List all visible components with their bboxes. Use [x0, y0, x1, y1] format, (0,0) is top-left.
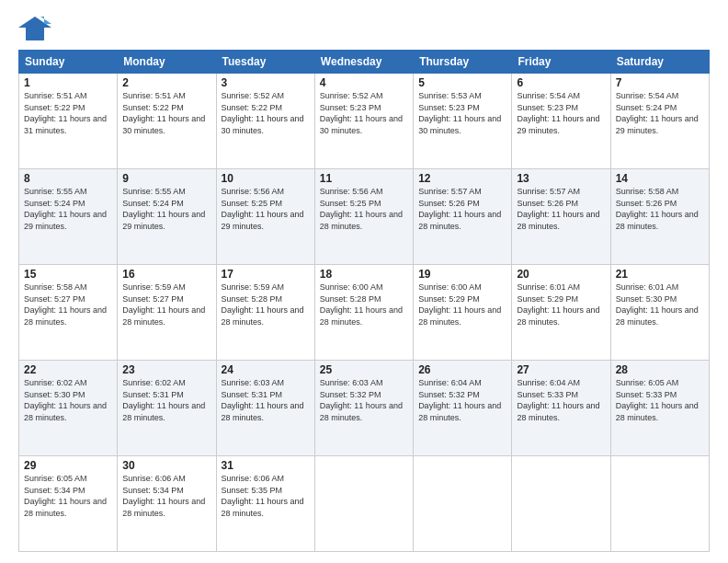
calendar-cell: 23Sunrise: 6:02 AMSunset: 5:31 PMDayligh…	[118, 361, 216, 456]
page: SundayMondayTuesdayWednesdayThursdayFrid…	[0, 0, 728, 563]
calendar-cell: 2Sunrise: 5:51 AMSunset: 5:22 PMDaylight…	[118, 74, 216, 169]
day-info: Sunrise: 5:56 AMSunset: 5:25 PMDaylight:…	[222, 187, 304, 231]
calendar-header-row: SundayMondayTuesdayWednesdayThursdayFrid…	[19, 51, 710, 74]
day-number: 28	[616, 363, 704, 376]
calendar-cell: 3Sunrise: 5:52 AMSunset: 5:22 PMDaylight…	[216, 74, 314, 169]
day-number: 29	[24, 459, 112, 472]
day-number: 18	[320, 268, 408, 281]
calendar-cell: 16Sunrise: 5:59 AMSunset: 5:27 PMDayligh…	[118, 265, 216, 361]
col-header-friday: Friday	[512, 51, 610, 74]
day-info: Sunrise: 5:51 AMSunset: 5:22 PMDaylight:…	[122, 91, 205, 135]
day-info: Sunrise: 5:52 AMSunset: 5:22 PMDaylight:…	[222, 91, 304, 135]
day-number: 23	[122, 363, 210, 376]
day-number: 1	[24, 76, 112, 89]
col-header-saturday: Saturday	[610, 51, 709, 74]
calendar-cell: 25Sunrise: 6:03 AMSunset: 5:32 PMDayligh…	[314, 361, 413, 456]
day-info: Sunrise: 5:58 AMSunset: 5:26 PMDaylight:…	[616, 187, 699, 231]
day-info: Sunrise: 5:59 AMSunset: 5:27 PMDaylight:…	[122, 282, 205, 327]
day-number: 19	[418, 268, 506, 281]
calendar-cell: 22Sunrise: 6:02 AMSunset: 5:30 PMDayligh…	[19, 361, 118, 456]
day-number: 24	[222, 363, 310, 376]
calendar-cell: 28Sunrise: 6:05 AMSunset: 5:33 PMDayligh…	[610, 361, 709, 456]
day-number: 20	[517, 268, 605, 281]
day-number: 15	[24, 268, 112, 281]
day-info: Sunrise: 6:06 AMSunset: 5:35 PMDaylight:…	[222, 474, 304, 518]
calendar-cell: 20Sunrise: 6:01 AMSunset: 5:29 PMDayligh…	[512, 265, 610, 361]
day-number: 17	[222, 268, 310, 281]
calendar-cell: 17Sunrise: 5:59 AMSunset: 5:28 PMDayligh…	[216, 265, 314, 361]
day-number: 31	[222, 459, 310, 472]
calendar-cell: 4Sunrise: 5:52 AMSunset: 5:23 PMDaylight…	[314, 74, 413, 169]
calendar-week-4: 22Sunrise: 6:02 AMSunset: 5:30 PMDayligh…	[19, 361, 710, 456]
day-number: 26	[418, 363, 506, 376]
day-number: 6	[517, 76, 605, 89]
calendar-cell: 13Sunrise: 5:57 AMSunset: 5:26 PMDayligh…	[512, 169, 610, 265]
day-number: 7	[616, 76, 704, 89]
day-info: Sunrise: 6:01 AMSunset: 5:30 PMDaylight:…	[616, 282, 699, 327]
calendar-cell: 19Sunrise: 6:00 AMSunset: 5:29 PMDayligh…	[414, 265, 512, 361]
day-info: Sunrise: 5:53 AMSunset: 5:23 PMDaylight:…	[418, 91, 501, 135]
day-info: Sunrise: 5:59 AMSunset: 5:28 PMDaylight:…	[222, 282, 304, 327]
day-number: 10	[222, 172, 310, 185]
col-header-wednesday: Wednesday	[314, 51, 413, 74]
day-number: 22	[24, 363, 112, 376]
day-number: 25	[320, 363, 408, 376]
calendar-cell: 6Sunrise: 5:54 AMSunset: 5:23 PMDaylight…	[512, 74, 610, 169]
col-header-sunday: Sunday	[19, 51, 118, 74]
calendar-cell: 18Sunrise: 6:00 AMSunset: 5:28 PMDayligh…	[314, 265, 413, 361]
day-info: Sunrise: 5:56 AMSunset: 5:25 PMDaylight:…	[320, 187, 403, 231]
calendar-cell	[314, 456, 413, 552]
day-number: 14	[616, 172, 704, 185]
day-number: 2	[122, 76, 210, 89]
day-info: Sunrise: 6:06 AMSunset: 5:34 PMDaylight:…	[122, 474, 205, 518]
day-info: Sunrise: 6:02 AMSunset: 5:31 PMDaylight:…	[122, 378, 205, 422]
day-info: Sunrise: 6:04 AMSunset: 5:32 PMDaylight:…	[418, 378, 501, 422]
calendar-week-1: 1Sunrise: 5:51 AMSunset: 5:22 PMDaylight…	[19, 74, 710, 169]
calendar-cell: 15Sunrise: 5:58 AMSunset: 5:27 PMDayligh…	[19, 265, 118, 361]
logo-bird-icon	[18, 15, 51, 42]
day-number: 8	[24, 172, 112, 185]
calendar-cell: 5Sunrise: 5:53 AMSunset: 5:23 PMDaylight…	[414, 74, 512, 169]
header	[18, 15, 710, 42]
day-info: Sunrise: 5:57 AMSunset: 5:26 PMDaylight:…	[418, 187, 501, 231]
calendar-cell: 7Sunrise: 5:54 AMSunset: 5:24 PMDaylight…	[610, 74, 709, 169]
day-number: 21	[616, 268, 704, 281]
day-info: Sunrise: 6:05 AMSunset: 5:33 PMDaylight:…	[616, 378, 699, 422]
calendar-cell: 30Sunrise: 6:06 AMSunset: 5:34 PMDayligh…	[118, 456, 216, 552]
day-number: 30	[122, 459, 210, 472]
calendar-cell: 21Sunrise: 6:01 AMSunset: 5:30 PMDayligh…	[610, 265, 709, 361]
col-header-thursday: Thursday	[414, 51, 512, 74]
day-info: Sunrise: 6:04 AMSunset: 5:33 PMDaylight:…	[517, 378, 599, 422]
calendar-cell: 14Sunrise: 5:58 AMSunset: 5:26 PMDayligh…	[610, 169, 709, 265]
col-header-monday: Monday	[118, 51, 216, 74]
day-info: Sunrise: 5:52 AMSunset: 5:23 PMDaylight:…	[320, 91, 403, 135]
day-info: Sunrise: 5:58 AMSunset: 5:27 PMDaylight:…	[24, 282, 107, 327]
day-number: 4	[320, 76, 408, 89]
day-info: Sunrise: 5:51 AMSunset: 5:22 PMDaylight:…	[24, 91, 107, 135]
calendar-cell: 12Sunrise: 5:57 AMSunset: 5:26 PMDayligh…	[414, 169, 512, 265]
calendar-table: SundayMondayTuesdayWednesdayThursdayFrid…	[18, 50, 710, 552]
calendar-cell: 1Sunrise: 5:51 AMSunset: 5:22 PMDaylight…	[19, 74, 118, 169]
calendar-cell: 31Sunrise: 6:06 AMSunset: 5:35 PMDayligh…	[216, 456, 314, 552]
calendar-cell: 27Sunrise: 6:04 AMSunset: 5:33 PMDayligh…	[512, 361, 610, 456]
logo	[18, 15, 55, 42]
day-number: 13	[517, 172, 605, 185]
calendar-cell: 29Sunrise: 6:05 AMSunset: 5:34 PMDayligh…	[19, 456, 118, 552]
calendar-week-3: 15Sunrise: 5:58 AMSunset: 5:27 PMDayligh…	[19, 265, 710, 361]
day-info: Sunrise: 6:03 AMSunset: 5:31 PMDaylight:…	[222, 378, 304, 422]
calendar-cell: 8Sunrise: 5:55 AMSunset: 5:24 PMDaylight…	[19, 169, 118, 265]
day-number: 16	[122, 268, 210, 281]
day-number: 5	[418, 76, 506, 89]
day-info: Sunrise: 6:02 AMSunset: 5:30 PMDaylight:…	[24, 378, 107, 422]
calendar-cell	[414, 456, 512, 552]
day-number: 12	[418, 172, 506, 185]
calendar-cell	[512, 456, 610, 552]
calendar-cell: 24Sunrise: 6:03 AMSunset: 5:31 PMDayligh…	[216, 361, 314, 456]
day-info: Sunrise: 6:03 AMSunset: 5:32 PMDaylight:…	[320, 378, 403, 422]
day-info: Sunrise: 5:55 AMSunset: 5:24 PMDaylight:…	[24, 187, 107, 231]
day-info: Sunrise: 5:57 AMSunset: 5:26 PMDaylight:…	[517, 187, 599, 231]
calendar-cell	[610, 456, 709, 552]
day-info: Sunrise: 5:54 AMSunset: 5:24 PMDaylight:…	[616, 91, 699, 135]
day-number: 11	[320, 172, 408, 185]
day-number: 27	[517, 363, 605, 376]
